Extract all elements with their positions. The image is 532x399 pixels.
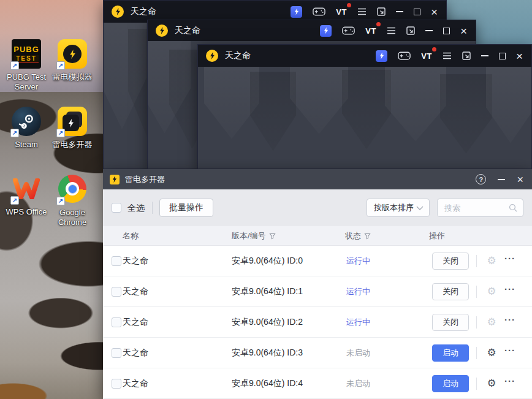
minimize-button[interactable] [481, 50, 488, 62]
instance-name: 天之命 [123, 307, 148, 338]
divider [476, 316, 477, 329]
desktop-icon-google-chrome[interactable]: ↗ Google Chrome [48, 174, 96, 227]
sort-select[interactable]: 按版本排序 [367, 199, 430, 217]
ld-multi-logo-icon [110, 175, 120, 184]
settings-gear-icon[interactable]: ⚙ [485, 376, 498, 391]
minimize-button[interactable] [425, 25, 433, 37]
window-title: 天之命 [131, 6, 156, 17]
desktop-icon-ldplayer[interactable]: ↗ 雷电模拟器 [48, 39, 96, 82]
bolt-icon [69, 50, 76, 59]
instance-name: 天之命 [123, 368, 148, 399]
crystal-decoration [290, 67, 348, 134]
search-icon[interactable] [509, 203, 517, 212]
crystal-decoration [385, 67, 446, 141]
close-button[interactable]: × [431, 6, 438, 18]
menu-icon[interactable] [443, 50, 452, 62]
stop-instance-button[interactable]: 关闭 [432, 283, 469, 300]
stop-instance-button[interactable]: 关闭 [432, 253, 469, 270]
close-button[interactable]: × [516, 50, 523, 62]
select-all-checkbox[interactable] [112, 203, 121, 213]
close-button[interactable]: × [517, 173, 523, 186]
vt-virtualization-icon[interactable]: VT [336, 6, 347, 18]
more-options-icon[interactable]: ··· [504, 345, 515, 355]
desktop-icon-wps-office[interactable]: ↗ WPS Office [2, 174, 50, 217]
start-instance-button[interactable]: 启动 [432, 375, 469, 392]
row-checkbox[interactable] [112, 256, 121, 266]
window-title: 雷电多开器 [125, 174, 165, 185]
desktop-icon-pubg-test-server[interactable]: PUBG TEST ↗ PUBG Test Server [2, 39, 50, 92]
popout-icon[interactable] [462, 50, 471, 62]
row-checkbox[interactable] [112, 348, 121, 358]
row-checkbox[interactable] [112, 287, 121, 297]
popout-icon[interactable] [377, 6, 386, 18]
gamepad-icon[interactable] [342, 25, 355, 37]
boost-icon[interactable] [291, 6, 302, 18]
more-options-icon[interactable]: ··· [504, 314, 515, 325]
stop-instance-button[interactable]: 关闭 [432, 314, 469, 331]
boost-icon[interactable] [320, 25, 332, 37]
shortcut-arrow-icon: ↗ [10, 196, 19, 205]
row-checkbox[interactable] [112, 317, 121, 327]
settings-gear-icon[interactable]: ⚙ [485, 254, 498, 268]
divider [476, 347, 477, 359]
crystal-decoration [342, 70, 391, 149]
instance-version: 安卓9.0(64位) ID:4 [232, 368, 303, 399]
table-header: 名称 版本/编号 状态 操作 [103, 226, 532, 246]
row-checkbox[interactable] [112, 379, 121, 389]
menu-icon[interactable] [357, 6, 367, 18]
crystal-decoration [486, 67, 531, 143]
help-icon[interactable]: ? [476, 174, 486, 184]
filter-icon[interactable] [269, 233, 276, 240]
table-row: 天之命 安卓9.0(64位) ID:4 未启动 启动 ⚙ ··· [103, 368, 532, 399]
more-options-icon[interactable]: ··· [504, 284, 515, 294]
batch-operations-button[interactable]: 批量操作 [159, 199, 213, 217]
maximize-button[interactable] [414, 6, 420, 18]
popout-icon[interactable] [406, 25, 415, 37]
manager-toolbar: 全选 批量操作 按版本排序 [103, 189, 532, 226]
boost-icon[interactable] [376, 50, 387, 62]
vt-virtualization-icon[interactable]: VT [421, 50, 432, 62]
shortcut-arrow-icon: ↗ [10, 61, 19, 70]
instance-status: 运行中 [346, 246, 370, 276]
desktop-icon-label: 雷电多开器 [48, 140, 96, 150]
crystal-decoration [250, 72, 296, 151]
divider [476, 378, 477, 390]
divider [476, 255, 477, 267]
notification-dot [432, 47, 436, 51]
ldplayer-logo-icon [156, 25, 168, 37]
minimize-button[interactable] [498, 173, 505, 186]
maximize-button[interactable] [499, 50, 506, 62]
column-header-status: 状态 [345, 226, 371, 246]
search-input[interactable] [444, 203, 509, 213]
filter-icon[interactable] [364, 233, 371, 240]
more-options-icon[interactable]: ··· [504, 253, 515, 264]
close-button[interactable]: × [460, 25, 467, 37]
screen: PUBG TEST ↗ PUBG Test Server ↗ 雷电模拟器 ↗ S… [0, 0, 532, 399]
maximize-button[interactable] [443, 25, 450, 37]
desktop-icon-label: WPS Office [2, 207, 50, 217]
desktop-icon-label: Steam [2, 140, 50, 150]
desktop-icon-steam[interactable]: ↗ Steam [2, 107, 50, 150]
settings-gear-icon[interactable]: ⚙ [485, 315, 498, 330]
instance-version: 安卓9.0(64位) ID:0 [232, 246, 303, 276]
instance-version: 安卓9.0(64位) ID:3 [232, 338, 303, 368]
desktop-icon-ld-multi[interactable]: ↗ 雷电多开器 [48, 107, 96, 150]
bolt-icon [68, 119, 74, 127]
emulator-titlebar: 天之命 VT × [198, 45, 531, 67]
settings-gear-icon[interactable]: ⚙ [485, 284, 498, 299]
start-instance-button[interactable]: 启动 [432, 344, 469, 362]
more-options-icon[interactable]: ··· [504, 376, 515, 386]
instance-status: 运行中 [346, 276, 370, 307]
vt-virtualization-icon[interactable]: VT [365, 25, 376, 37]
instance-version: 安卓9.0(64位) ID:1 [232, 276, 303, 307]
gamepad-icon[interactable] [313, 6, 325, 18]
gamepad-icon[interactable] [398, 50, 411, 62]
menu-icon[interactable] [387, 25, 396, 37]
table-row: 天之命 安卓9.0(64位) ID:2 运行中 关闭 ⚙ ··· [103, 307, 532, 338]
window-title: 天之命 [175, 25, 200, 36]
minimize-button[interactable] [396, 6, 403, 18]
emulator-window-3: 天之命 VT × [197, 44, 532, 169]
settings-gear-icon[interactable]: ⚙ [485, 346, 498, 360]
divider [476, 286, 477, 298]
select-all-label: 全选 [127, 203, 145, 214]
